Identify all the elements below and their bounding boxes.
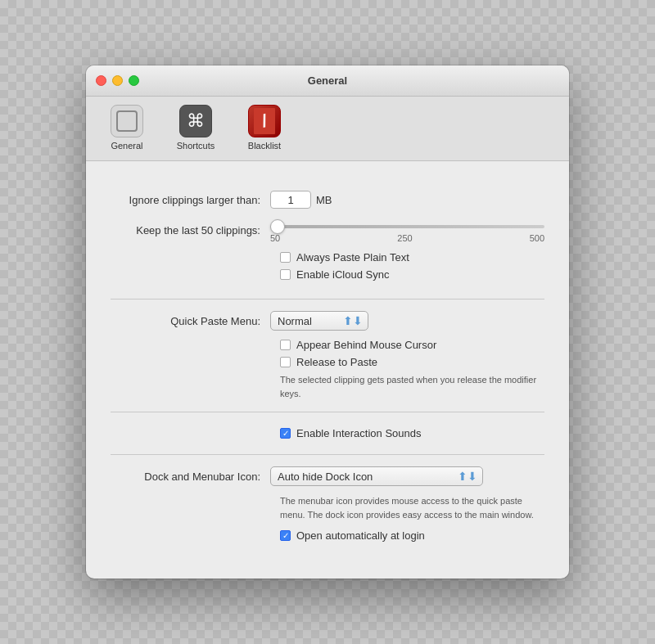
dock-dropdown-arrow-icon: ⬆⬇: [458, 471, 477, 482]
ignore-unit-label: MB: [316, 194, 332, 206]
icloud-label: Enable iCloud Sync: [296, 268, 389, 281]
quick-paste-controls: Normal ⬆⬇: [270, 311, 544, 331]
keep-last-row: Keep the last 50 clippings: 50 250 500: [111, 217, 544, 243]
sounds-row: ✓ Enable Interaction Sounds: [280, 427, 544, 439]
slider-labels: 50 250 500: [270, 233, 544, 243]
quick-paste-section: Quick Paste Menu: Normal ⬆⬇ Appear Behin…: [111, 299, 544, 412]
dock-section: Dock and Menubar Icon: Auto hide Dock Ic…: [111, 455, 544, 558]
slider-max-label: 500: [530, 233, 544, 243]
main-window: General General ⌘ Shortcuts Blacklist Ig…: [86, 65, 569, 579]
quick-paste-label: Quick Paste Menu:: [111, 315, 270, 327]
sounds-section: ✓ Enable Interaction Sounds: [111, 412, 544, 455]
plain-text-label: Always Paste Plain Text: [296, 251, 409, 263]
general-icon: [111, 105, 143, 137]
tab-blacklist[interactable]: Blacklist: [240, 105, 289, 151]
minimize-button[interactable]: [112, 75, 123, 86]
tab-general-label: General: [111, 141, 142, 151]
dock-row: Dock and Menubar Icon: Auto hide Dock Ic…: [111, 466, 544, 486]
quick-paste-description: The selected clipping gets pasted when y…: [280, 373, 542, 400]
ignore-clippings-row: Ignore clippings larger than: MB: [111, 191, 544, 209]
ignore-clippings-label: Ignore clippings larger than:: [111, 194, 270, 206]
quick-paste-row: Quick Paste Menu: Normal ⬆⬇: [111, 311, 544, 331]
icloud-row: Enable iCloud Sync: [280, 268, 544, 281]
login-checkbox[interactable]: ✓: [280, 530, 291, 541]
behind-cursor-label: Appear Behind Mouse Cursor: [296, 339, 436, 351]
maximize-button[interactable]: [129, 75, 139, 86]
login-row: ✓ Open automatically at login: [280, 529, 544, 542]
tab-general[interactable]: General: [102, 105, 151, 151]
content-area: Ignore clippings larger than: MB Keep th…: [86, 161, 569, 579]
slider-min-label: 50: [270, 233, 280, 243]
traffic-lights: [96, 75, 139, 86]
dock-label: Dock and Menubar Icon:: [111, 471, 270, 483]
blacklist-icon: [248, 105, 281, 137]
clippings-slider[interactable]: [270, 225, 544, 228]
general-icon-inner: [116, 110, 138, 132]
close-button[interactable]: [96, 75, 106, 86]
quick-paste-dropdown[interactable]: Normal ⬆⬇: [270, 311, 368, 331]
toolbar: General ⌘ Shortcuts Blacklist: [86, 97, 569, 161]
slider-mid-label: 250: [397, 233, 412, 243]
slider-wrapper: 50 250 500: [270, 217, 544, 243]
plain-text-row: Always Paste Plain Text: [280, 251, 544, 263]
slider-controls: 50 250 500: [270, 217, 544, 243]
dropdown-arrow-icon: ⬆⬇: [343, 315, 363, 327]
sounds-label: Enable Interaction Sounds: [296, 427, 422, 439]
ignore-size-input[interactable]: [270, 191, 311, 209]
dock-dropdown[interactable]: Auto hide Dock Icon ⬆⬇: [270, 466, 483, 486]
release-paste-label: Release to Paste: [296, 356, 377, 368]
tab-shortcuts-label: Shortcuts: [177, 141, 215, 151]
tab-blacklist-label: Blacklist: [248, 141, 281, 151]
plain-text-checkbox[interactable]: [280, 252, 291, 263]
keep-last-label: Keep the last 50 clippings:: [111, 224, 270, 236]
ignore-clippings-controls: MB: [270, 191, 544, 209]
behind-cursor-checkbox[interactable]: [280, 340, 291, 350]
titlebar: General: [86, 65, 569, 97]
shortcuts-icon: ⌘: [179, 105, 212, 137]
tab-shortcuts[interactable]: ⌘ Shortcuts: [171, 105, 220, 151]
clippings-section: Ignore clippings larger than: MB Keep th…: [111, 178, 544, 299]
dock-dropdown-value: Auto hide Dock Icon: [278, 471, 454, 483]
quick-paste-dropdown-value: Normal: [278, 315, 340, 327]
release-paste-checkbox[interactable]: [280, 357, 291, 367]
release-paste-row: Release to Paste: [280, 356, 544, 368]
window-title: General: [308, 74, 347, 87]
sounds-checkbox[interactable]: ✓: [280, 428, 291, 439]
icloud-checkbox[interactable]: [280, 269, 291, 280]
behind-cursor-row: Appear Behind Mouse Cursor: [280, 339, 544, 351]
login-label: Open automatically at login: [296, 529, 425, 542]
dock-controls: Auto hide Dock Icon ⬆⬇: [270, 466, 544, 486]
dock-description: The menubar icon provides mouse access t…: [280, 494, 542, 521]
